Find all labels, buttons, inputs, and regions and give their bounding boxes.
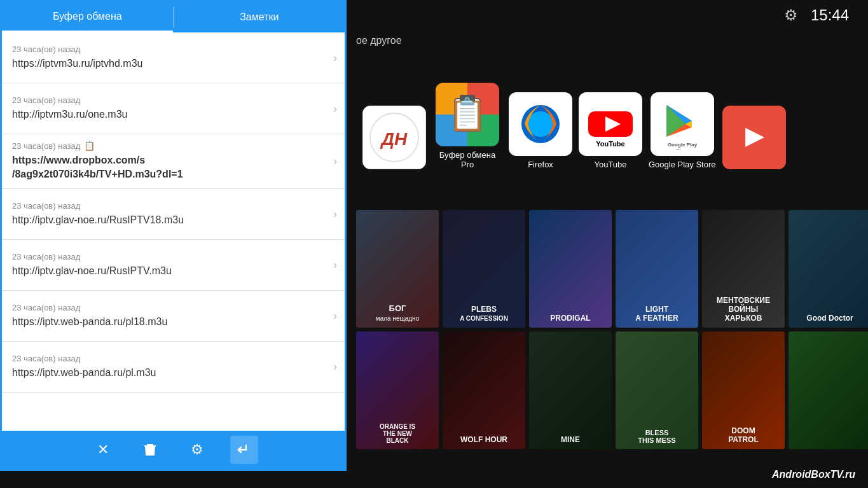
clip-item-2[interactable]: 23 часа(ов) назад http://iptvm3u.ru/one.…: [2, 83, 345, 134]
clip-url-1: https://iptvm3u.ru/iptvhd.m3u: [12, 57, 334, 71]
movie-bless[interactable]: BLESSTHIS MESS: [616, 331, 698, 449]
tab-notes[interactable]: Заметки: [174, 2, 345, 32]
clip-arrow-4: ›: [333, 207, 337, 221]
app-youtube[interactable]: YouTube YouTube: [579, 92, 642, 169]
clip-item-6[interactable]: 23 часа(ов) назад https://iptv.web-panda…: [2, 291, 345, 342]
clip-item-3[interactable]: 23 часа(ов) назад 📋 https://www.dropbox.…: [2, 134, 345, 189]
clip-timestamp-3: 23 часа(ов) назад 📋: [12, 141, 334, 151]
delete-button[interactable]: [136, 436, 164, 464]
svg-rect-3: [460, 95, 475, 102]
movies-row-1: БОГмала нещадно PLEBSA CONFESSION PRODIG…: [356, 210, 868, 328]
movie-gooddoctor[interactable]: Good Doctor: [789, 210, 868, 328]
google-play-label: Google Play Store: [649, 160, 716, 169]
movie-mentov[interactable]: МЕНТОВСКИЕВОЙНЫХАРЬКОВ: [702, 210, 785, 328]
tv-header: ⚙ 15:44: [350, 0, 868, 31]
app-extra[interactable]: ▶: [722, 106, 786, 169]
svg-rect-2: [455, 99, 480, 130]
clip-item-4[interactable]: 23 часа(ов) назад http://iptv.glav-noe.r…: [2, 189, 345, 240]
movie-mine[interactable]: MINE: [529, 331, 612, 449]
clip-item-5[interactable]: 23 часа(ов) назад http://iptv.glav-noe.r…: [2, 240, 345, 291]
calendar-icon: 📋: [84, 141, 95, 151]
clipboard-panel: Буфер обмена Заметки 23 часа(ов) назад h…: [0, 0, 347, 471]
settings-icon[interactable]: ⚙: [784, 6, 798, 24]
clip-timestamp-5: 23 часа(ов) назад: [12, 252, 334, 261]
svg-point-8: [528, 111, 553, 137]
firefox-label: Firefox: [528, 160, 553, 169]
clip-arrow-2: ›: [333, 102, 337, 115]
movie-bog[interactable]: БОГмала нещадно: [356, 210, 439, 328]
clip-url-2: http://iptvm3u.ru/one.m3u: [12, 108, 334, 122]
panel-content: 23 часа(ов) назад https://iptvm3u.ru/ipt…: [2, 32, 345, 431]
clip-timestamp-2: 23 часа(ов) назад: [12, 95, 334, 105]
settings-button[interactable]: ⚙: [183, 436, 211, 464]
clip-arrow-5: ›: [333, 258, 337, 272]
close-button[interactable]: ✕: [89, 436, 117, 464]
clip-timestamp-7: 23 часа(ов) назад: [12, 354, 334, 363]
clip-url-4: http://iptv.glav-noe.ru/RusIPTV18.m3u: [12, 213, 334, 227]
movie-orange[interactable]: ORANGE ISTHE NEWBLACK: [356, 331, 439, 449]
app-google-play[interactable]: Google Play Store Google Play Store: [649, 92, 716, 169]
clip-timestamp-1: 23 часа(ов) назад: [12, 45, 334, 54]
watermark: AndroidBoxTV.ru: [772, 469, 855, 480]
clip-timestamp-4: 23 часа(ов) назад: [12, 201, 334, 211]
svg-text:Google Play: Google Play: [668, 142, 698, 148]
enter-button[interactable]: [230, 436, 258, 464]
app-dh[interactable]: ДН: [362, 106, 426, 169]
clip-item-1[interactable]: 23 часа(ов) назад https://iptvm3u.ru/ipt…: [2, 32, 345, 83]
svg-text:▶: ▶: [745, 123, 764, 149]
panel-header: Буфер обмена Заметки: [2, 2, 345, 32]
tv-time: 15:44: [811, 6, 849, 24]
clip-arrow-7: ›: [333, 360, 337, 373]
apps-row: ДН Буфер обмен: [362, 83, 868, 169]
clip-url-7: https://iptv.web-panda.ru/pl.m3u: [12, 366, 334, 380]
movies-section: БОГмала нещадно PLEBSA CONFESSION PRODIG…: [356, 210, 868, 453]
movies-row-2: ORANGE ISTHE NEWBLACK WOLF HOUR MINE BLE…: [356, 331, 868, 449]
tab-buffer[interactable]: Буфер обмена: [2, 2, 173, 32]
clip-arrow-3: ›: [333, 155, 337, 168]
clip-url-3: https://www.dropbox.com/s/8ag9x2t070i3k4…: [12, 153, 334, 182]
svg-text:ДН: ДН: [380, 129, 408, 149]
extra-icon: ▶: [722, 106, 786, 169]
movie-wolf[interactable]: WOLF HOUR: [443, 331, 525, 449]
movie-extra2[interactable]: [789, 331, 868, 449]
firefox-icon: [509, 92, 572, 156]
clip-timestamp-6: 23 часа(ов) назад: [12, 303, 334, 312]
clip-arrow-6: ›: [333, 309, 337, 323]
movie-light[interactable]: LIGHTA FEATHER: [616, 210, 698, 328]
movie-prodigal[interactable]: PRODIGAL: [529, 210, 612, 328]
svg-text:Store: Store: [676, 148, 689, 150]
clipboard-pro-icon: [436, 83, 499, 146]
clipboard-pro-label: Буфер обмена Pro: [432, 150, 502, 169]
tv-section-label: ое другое: [356, 35, 402, 46]
clip-arrow-1: ›: [333, 51, 337, 64]
clip-url-6: https://iptv.web-panda.ru/pl18.m3u: [12, 315, 334, 329]
clip-item-7[interactable]: 23 часа(ов) назад https://iptv.web-panda…: [2, 342, 345, 393]
dh-icon: ДН: [362, 106, 426, 169]
google-play-icon: Google Play Store: [651, 92, 714, 156]
movie-plebs[interactable]: PLEBSA CONFESSION: [443, 210, 525, 328]
youtube-icon: YouTube: [579, 92, 642, 156]
movie-doom[interactable]: DOOMPATROL: [702, 331, 785, 449]
panel-footer: ✕ ⚙: [2, 431, 345, 469]
app-firefox[interactable]: Firefox: [509, 92, 572, 169]
app-clipboard-pro[interactable]: Буфер обмена Pro: [432, 83, 502, 169]
clip-url-5: http://iptv.glav-noe.ru/RusIPTV.m3u: [12, 264, 334, 278]
svg-text:YouTube: YouTube: [596, 140, 624, 148]
youtube-label: YouTube: [594, 160, 626, 169]
